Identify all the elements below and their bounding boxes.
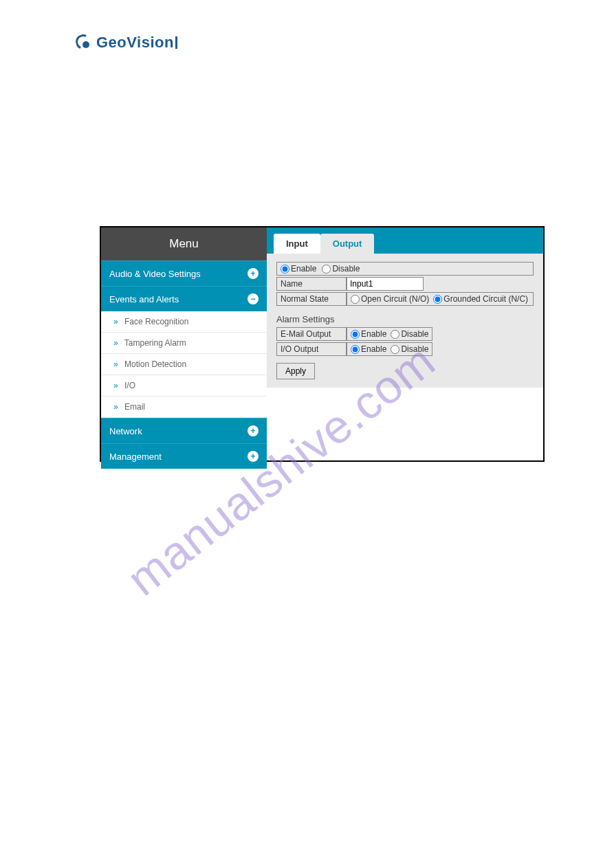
radio-label: Disable	[401, 329, 428, 339]
radio-label: Disable	[401, 344, 428, 354]
menu-title: Menu	[101, 227, 267, 260]
logo-text: GeoVision	[96, 34, 174, 52]
form-area: Enable Disable Name Normal State Open Ci…	[267, 254, 543, 388]
name-row: Name	[276, 277, 534, 291]
normal-state-value: Open Circuit (N/O) Grounded Circuit (N/C…	[347, 292, 534, 306]
sidebar-item-io[interactable]: I/O	[101, 375, 267, 397]
io-output-row: I/O Output Enable Disable	[276, 342, 534, 356]
radio-email-disable-input[interactable]	[391, 330, 399, 339]
radio-email-enable[interactable]: Enable	[351, 329, 386, 339]
minus-icon: −	[248, 293, 259, 304]
sidebar-item-label: Face Recognition	[124, 317, 188, 326]
logo-bar-icon	[175, 36, 177, 49]
radio-label: Grounded Circuit (N/C)	[443, 294, 528, 304]
radio-email-enable-input[interactable]	[351, 330, 360, 339]
radio-nc-input[interactable]	[433, 295, 442, 304]
sidebar-section-label: Events and Alerts	[109, 294, 179, 304]
name-label: Name	[276, 277, 347, 291]
sidebar-item-face-recognition[interactable]: Face Recognition	[101, 311, 267, 333]
sidebar-item-label: Tampering Alarm	[124, 338, 186, 348]
plus-icon: +	[248, 451, 259, 462]
sidebar: Menu Audio & Video Settings + Events and…	[101, 227, 267, 460]
email-output-value: Enable Disable	[347, 327, 432, 341]
sidebar-section-label: Audio & Video Settings	[109, 269, 201, 279]
radio-label: Enable	[361, 329, 386, 339]
tab-label: Output	[333, 238, 362, 249]
enable-row: Enable Disable	[276, 262, 534, 276]
radio-label: Enable	[291, 264, 316, 274]
apply-button[interactable]: Apply	[276, 363, 315, 379]
sidebar-item-label: Motion Detection	[124, 359, 186, 369]
normal-state-label: Normal State	[276, 292, 347, 306]
sidebar-section-events-alerts[interactable]: Events and Alerts −	[101, 286, 267, 311]
radio-io-disable-input[interactable]	[391, 345, 399, 354]
sidebar-item-email[interactable]: Email	[101, 397, 267, 418]
radio-enable-input[interactable]	[281, 265, 289, 274]
radio-email-disable[interactable]: Disable	[391, 329, 428, 339]
radio-io-enable-input[interactable]	[351, 345, 360, 354]
content-pane: Input Output Enable Disable Name	[267, 227, 543, 460]
email-output-row: E-Mail Output Enable Disable	[276, 327, 534, 341]
radio-label: Disable	[332, 264, 360, 274]
name-input[interactable]	[347, 277, 424, 291]
radio-label: Enable	[361, 344, 386, 354]
sidebar-section-label: Network	[109, 426, 142, 436]
sidebar-item-label: I/O	[124, 381, 135, 390]
io-output-value: Enable Disable	[347, 342, 432, 356]
tab-bar: Input Output	[267, 227, 543, 254]
brand-logo: GeoVision	[74, 33, 177, 52]
radio-nc[interactable]: Grounded Circuit (N/C)	[433, 294, 528, 304]
plus-icon: +	[248, 425, 259, 436]
sidebar-item-label: Email	[124, 402, 145, 412]
tab-label: Input	[286, 238, 308, 249]
sidebar-section-audio-video[interactable]: Audio & Video Settings +	[101, 260, 267, 286]
email-output-label: E-Mail Output	[276, 327, 347, 341]
alarm-settings-title: Alarm Settings	[276, 314, 534, 324]
radio-no-input[interactable]	[351, 295, 360, 304]
content-blank-area	[267, 388, 543, 460]
sidebar-section-label: Management	[109, 452, 162, 462]
radio-disable-input[interactable]	[322, 265, 331, 274]
radio-enable[interactable]: Enable	[281, 264, 316, 274]
app-window: Menu Audio & Video Settings + Events and…	[100, 226, 545, 462]
normal-state-row: Normal State Open Circuit (N/O) Grounded…	[276, 292, 534, 306]
sidebar-section-management[interactable]: Management +	[101, 443, 267, 469]
plus-icon: +	[248, 268, 259, 279]
io-output-label: I/O Output	[276, 342, 347, 356]
radio-io-disable[interactable]: Disable	[391, 344, 428, 354]
radio-no[interactable]: Open Circuit (N/O)	[351, 294, 429, 304]
logo-mark-icon	[74, 33, 94, 52]
sidebar-section-network[interactable]: Network +	[101, 418, 267, 443]
tab-input[interactable]: Input	[274, 234, 320, 254]
sidebar-item-tampering-alarm[interactable]: Tampering Alarm	[101, 333, 267, 354]
tab-output[interactable]: Output	[320, 234, 375, 254]
sidebar-item-motion-detection[interactable]: Motion Detection	[101, 354, 267, 375]
radio-disable[interactable]: Disable	[322, 264, 360, 274]
radio-label: Open Circuit (N/O)	[361, 294, 429, 304]
radio-io-enable[interactable]: Enable	[351, 344, 386, 354]
